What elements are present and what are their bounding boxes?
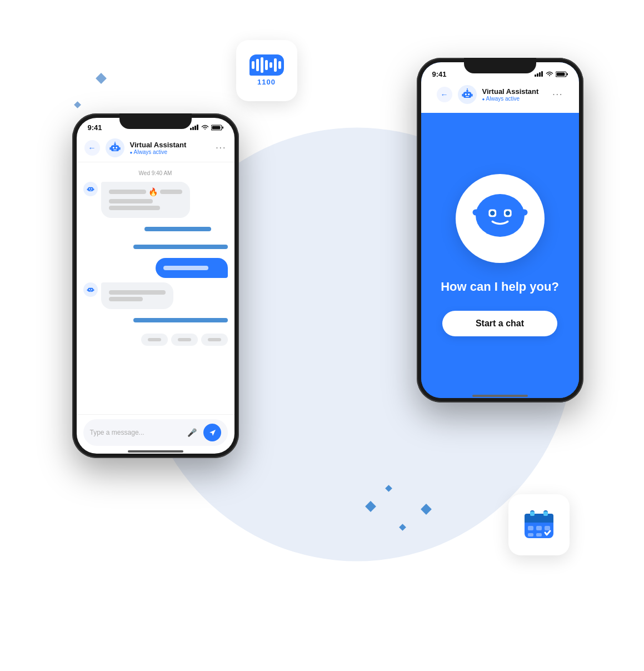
message-row-user-2 [83,240,228,254]
chat-header-info-left: Virtual Assistant Always active [130,141,211,155]
svg-rect-40 [535,74,536,77]
svg-rect-11 [536,533,542,536]
svg-rect-14 [194,126,196,130]
svg-rect-37 [89,291,92,291]
voice-bar [256,59,259,71]
start-chat-button[interactable]: Start a chat [442,311,557,336]
signal-icon [190,125,199,130]
user-message-link-1 [144,222,228,236]
chat-input-area: Type a message... 🎤 [77,414,234,454]
svg-point-25 [114,141,116,142]
voice-icon-content: 1100 [249,54,284,86]
home-indicator-left [128,450,183,453]
message-skeleton [109,190,146,194]
calendar-icon-content [521,507,557,543]
scene: 1100 [44,30,600,642]
svg-rect-54 [462,93,463,96]
robot-msg-icon-2 [86,285,95,294]
bot-message-bubble-1: 🔥 [101,182,190,218]
message-row-user-1 [83,222,228,236]
svg-rect-2 [525,518,553,523]
bot-message-bubble-2 [101,282,173,309]
svg-rect-20 [112,147,114,148]
quick-reply-chip-3[interactable] [201,334,228,346]
svg-rect-17 [222,126,223,128]
svg-rect-39 [93,289,94,291]
svg-rect-19 [111,145,118,151]
quick-reply-chip-1[interactable] [141,334,168,346]
back-button-left[interactable]: ← [84,140,100,156]
svg-rect-22 [113,150,117,150]
phone-left: 9:41 [72,113,239,458]
svg-rect-26 [109,147,111,150]
status-icons-left [190,125,223,131]
voice-bar [269,62,272,68]
chat-input-bar[interactable]: Type a message... 🎤 [83,419,228,446]
svg-rect-66 [517,210,527,216]
left-screen-content: 9:41 [77,118,234,454]
wifi-icon-right [546,71,553,77]
message-row-bot-2 [83,282,228,309]
phone-right: 9:41 [417,58,583,402]
welcome-content: How can I help you? Start a chat [421,113,579,398]
status-icons-right [535,71,568,77]
svg-point-53 [467,88,468,89]
phone-notch [119,113,192,129]
svg-rect-33 [93,188,94,190]
chat-header-name-right: Virtual Assistant [482,87,547,96]
phone-notch-right [464,58,536,73]
chat-header-right: ← [429,81,571,108]
voice-bar [252,61,254,69]
svg-rect-55 [471,93,472,96]
svg-rect-42 [539,72,541,77]
send-button[interactable] [203,424,221,441]
svg-point-62 [505,211,510,215]
more-button-right[interactable]: ··· [552,90,563,100]
bot-avatar-left [106,138,124,157]
message-skeleton [109,297,143,301]
battery-icon-right [556,71,568,77]
chat-timestamp: Wed 9:40 AM [83,170,228,176]
calendar-app-icon [508,494,570,555]
voice-bars [252,57,281,73]
quick-replies [83,334,228,346]
calendar-icon [521,507,557,543]
chat-header-info-right: Virtual Assistant Always active [482,87,547,102]
svg-point-23 [114,143,116,145]
svg-rect-49 [468,93,470,95]
svg-rect-28 [88,187,93,191]
svg-rect-18 [212,126,220,129]
phone-left-frame: 9:41 [72,113,239,458]
chat-input-placeholder: Type a message... [90,429,181,436]
svg-point-61 [490,211,495,215]
svg-rect-12 [190,128,192,130]
voice-text: 1100 [257,78,276,86]
svg-rect-31 [89,190,92,191]
message-skeleton-white [163,266,209,270]
robot-msg-icon [86,185,95,193]
message-skeleton [160,190,182,194]
message-skeleton [109,199,153,203]
svg-point-51 [466,90,468,92]
voice-app-icon: 1100 [236,40,297,101]
message-row-bot-1: 🔥 [83,182,228,218]
message-skeleton [109,206,160,210]
mic-button[interactable]: 🎤 [186,426,199,439]
svg-point-64 [497,195,502,199]
svg-rect-46 [556,72,565,76]
bot-avatar-msg [83,182,98,196]
svg-rect-30 [91,188,92,189]
svg-rect-13 [192,127,194,130]
svg-rect-47 [463,92,471,98]
phone-right-screen: 9:41 [421,62,579,398]
message-skeleton [109,290,166,295]
quick-reply-chip-2[interactable] [171,334,198,346]
fire-emoji: 🔥 [148,187,158,196]
chat-header-status-right: Always active [482,96,547,102]
user-message-bubble-1 [156,258,228,278]
message-skeleton-blue [133,318,228,322]
svg-rect-5 [530,511,535,516]
more-button-left[interactable]: ··· [216,143,226,153]
message-row-user-3 [83,258,228,278]
back-button-right[interactable]: ← [437,87,452,102]
